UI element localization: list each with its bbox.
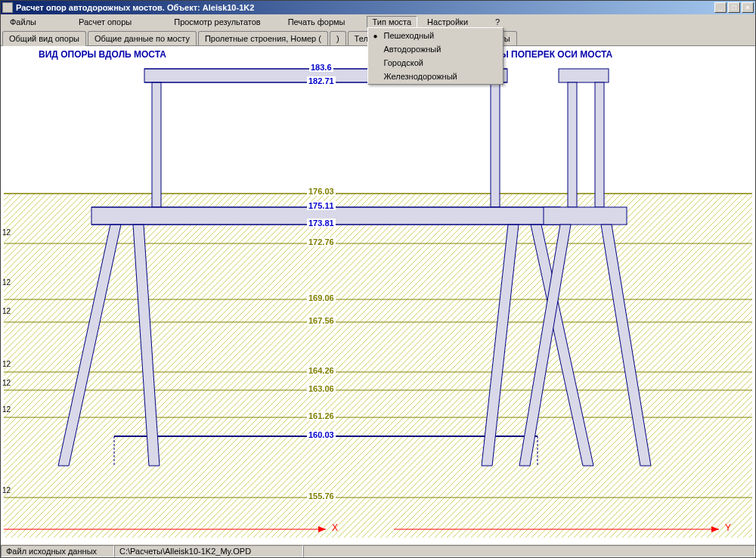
menu-results[interactable]: Просмотр результатов [168,16,266,28]
elev-169: 169.06 [307,293,336,302]
type-city[interactable]: Городской [369,56,502,70]
bridge-type-dropdown: ● Пешеходный Автодорожный Городской Желе… [367,27,503,85]
window-title: Расчет опор автодорожных мостов. Объект:… [16,3,714,12]
tab-bridge-data[interactable]: Общие данные по мосту [88,31,197,45]
tick-1: 12 [2,228,11,237]
maximize-button[interactable]: □ [728,2,740,13]
elev-163: 163.06 [307,384,336,393]
svg-rect-15 [491,82,500,207]
elev-160: 160.03 [307,430,336,439]
tab-close-paren[interactable]: ) [330,31,346,45]
bullet-icon: ● [373,32,378,40]
menu-files[interactable]: Файлы [4,16,42,28]
menu-print[interactable]: Печать формы [282,16,352,28]
elev-173: 173.81 [307,219,336,228]
elev-161: 161.26 [307,411,336,420]
axis-y-label: Y [725,522,731,533]
titlebar[interactable]: Расчет опор автодорожных мостов. Объект:… [1,1,755,14]
elev-164: 164.26 [307,366,336,375]
app-icon [2,2,13,13]
drawing-canvas: ВИД ОПОРЫ ВДОЛЬ МОСТА Ы ПОПЕРЕК ОСИ МОСТ… [1,45,755,544]
elev-167: 167.56 [307,316,336,325]
menu-bridge-type-label: Тип моста [373,17,412,26]
svg-rect-28 [559,69,609,82]
tick-3: 12 [2,307,11,315]
menu-help[interactable]: ? [489,16,506,28]
tick-6: 12 [2,405,11,414]
status-path: C:\Расчеты\Alleisk10-1K2_My.OPD [114,545,303,557]
status-label: Файл исходных данных [1,545,114,557]
elev-175: 175.11 [307,201,336,210]
menu-settings[interactable]: Настройки [421,16,474,28]
tick-2: 12 [2,278,11,287]
menu-bridge-type[interactable]: Тип моста ● Пешеходный Автодорожный Горо… [367,16,418,28]
elev-155: 155.76 [307,491,336,501]
tab-general-view[interactable]: Общий вид опоры [2,31,86,46]
svg-rect-14 [152,82,161,207]
type-rail[interactable]: Железнодорожный [369,70,502,83]
elev-183: 183.6 [309,63,333,72]
elev-176: 176.03 [307,187,336,196]
tick-4: 12 [2,360,11,368]
elev-182: 182.71 [307,76,336,85]
close-button[interactable]: × [742,2,754,13]
type-road[interactable]: Автодорожный [369,42,502,56]
status-empty [303,545,755,557]
statusbar: Файл исходных данных C:\Расчеты\Alleisk1… [1,544,755,557]
axis-x-label: X [332,522,338,533]
tick-7: 12 [2,486,11,494]
svg-rect-30 [595,82,604,207]
svg-rect-31 [544,207,627,225]
tick-5: 12 [2,379,11,387]
type-pedestrian[interactable]: ● Пешеходный [369,29,502,42]
svg-rect-29 [568,82,577,207]
menubar: Файлы Расчет опоры Просмотр результатов … [1,14,755,29]
bridge-svg [1,46,755,544]
elev-172: 172.76 [307,237,336,246]
tab-spans[interactable]: Пролетные строения, Номер ( [198,31,328,45]
menu-calc[interactable]: Расчет опоры [73,16,138,28]
minimize-button[interactable]: _ [714,2,727,13]
